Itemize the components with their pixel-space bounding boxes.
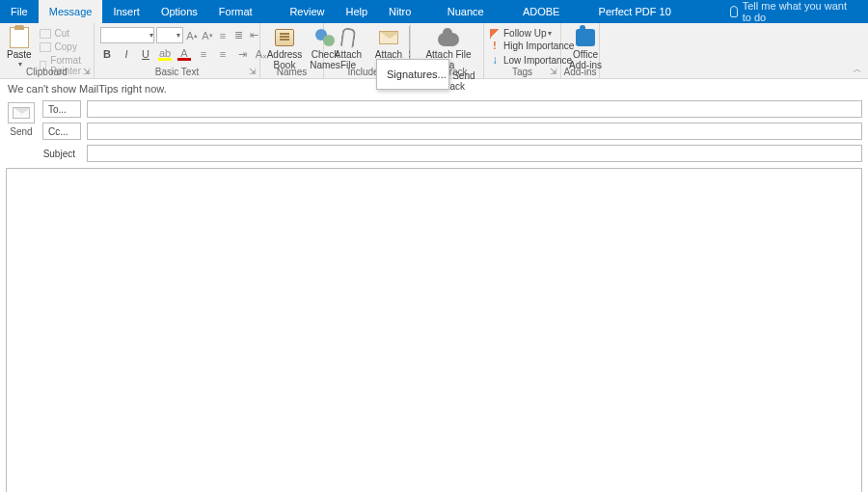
envelope-icon xyxy=(379,31,398,44)
paste-icon xyxy=(10,27,29,48)
font-size-select[interactable]: ▾ xyxy=(156,27,183,43)
font-family-select[interactable]: ▾ xyxy=(100,27,154,43)
tab-perfect-pdf[interactable]: Perfect PDF 10 Premium xyxy=(588,0,715,23)
address-book-icon xyxy=(275,29,294,46)
tab-options[interactable]: Options xyxy=(150,0,208,23)
group-label-addins: Add-ins xyxy=(564,67,597,77)
send-label: Send xyxy=(10,126,32,137)
subject-label: Subject xyxy=(42,149,81,159)
addin-icon xyxy=(576,29,595,46)
follow-up-label: Follow Up xyxy=(503,28,546,39)
group-tags: Follow Up▾ !High Importance ↓Low Importa… xyxy=(484,23,561,78)
paste-label: Paste xyxy=(7,49,32,60)
copy-button[interactable]: Copy xyxy=(37,41,90,53)
flag-icon xyxy=(490,29,500,39)
group-basic-text: ▾ ▾ A▴ A▾ ≡ ≣ ⇤ B I U ab A ≡ ≡ ⇥ Aₓ Basi… xyxy=(95,23,260,78)
chevron-down-icon: ▾ xyxy=(548,29,552,38)
exclamation-icon: ! xyxy=(490,41,500,51)
cc-field[interactable] xyxy=(87,123,862,140)
cloud-upload-icon xyxy=(438,33,459,46)
outdent-button[interactable]: ⇤ xyxy=(247,29,260,42)
paste-button[interactable]: Paste ▾ xyxy=(4,25,35,70)
align-left-button[interactable]: ≡ xyxy=(197,47,210,61)
group-label-basic-text: Basic Text xyxy=(155,67,199,77)
send-button[interactable] xyxy=(8,102,35,123)
group-label-tags: Tags xyxy=(512,67,532,77)
to-field[interactable] xyxy=(87,100,862,118)
grow-font-button[interactable]: A▴ xyxy=(185,29,199,42)
highlight-button[interactable]: ab xyxy=(158,47,172,61)
copy-label: Copy xyxy=(55,41,77,52)
copy-icon xyxy=(40,42,51,52)
group-label-include: Include xyxy=(347,67,378,77)
tell-me-search[interactable]: Tell me what you want to do xyxy=(720,0,868,23)
dialog-launcher-icon[interactable]: ⇲ xyxy=(83,67,91,76)
subject-field[interactable] xyxy=(87,145,862,162)
italic-button[interactable]: I xyxy=(120,47,133,61)
paperclip-icon xyxy=(340,27,357,48)
message-body[interactable] xyxy=(6,168,862,492)
signatures-menu-label: Signatures... xyxy=(387,68,447,80)
cut-label: Cut xyxy=(55,28,70,39)
to-button[interactable]: To... xyxy=(42,100,81,118)
dialog-launcher-icon[interactable]: ⇲ xyxy=(249,67,257,76)
tab-format-text[interactable]: Format Text xyxy=(208,0,280,23)
shrink-font-button[interactable]: A▾ xyxy=(201,29,214,42)
font-color-button[interactable]: A xyxy=(177,47,191,61)
bullets-button[interactable]: ≡ xyxy=(216,29,230,42)
align-center-button[interactable]: ≡ xyxy=(216,47,230,61)
send-icon xyxy=(13,107,30,119)
tell-me-label: Tell me what you want to do xyxy=(743,0,858,23)
cc-button[interactable]: Cc... xyxy=(42,123,81,140)
group-label-clipboard: Clipboard xyxy=(26,67,68,77)
cut-icon xyxy=(40,29,51,39)
cut-button[interactable]: Cut xyxy=(37,27,90,40)
tab-help[interactable]: Help xyxy=(335,0,378,23)
dialog-launcher-icon[interactable]: ⇲ xyxy=(550,67,557,76)
lightbulb-icon xyxy=(730,6,738,17)
tab-insert[interactable]: Insert xyxy=(102,0,150,23)
menu-bar: File Message Insert Options Format Text … xyxy=(0,0,868,23)
group-clipboard: Paste ▾ Cut Copy Format Painter Clipboar… xyxy=(0,23,95,78)
collapse-ribbon-button[interactable]: ︿ xyxy=(853,63,862,76)
tab-adobe-pdf[interactable]: ADOBE PDF xyxy=(512,0,588,23)
tab-file[interactable]: File xyxy=(0,0,39,23)
underline-button[interactable]: U xyxy=(139,47,152,61)
down-arrow-icon: ↓ xyxy=(490,53,500,67)
numbering-button[interactable]: ≣ xyxy=(231,29,245,42)
group-names: AddressBook CheckNames Names xyxy=(260,23,324,78)
tab-nitro-pro[interactable]: Nitro Pro xyxy=(378,0,437,23)
signature-dropdown: Signatures... xyxy=(376,59,449,90)
indent-button[interactable]: ⇥ xyxy=(235,47,249,61)
bold-button[interactable]: B xyxy=(100,47,114,61)
follow-up-button[interactable]: Follow Up▾ xyxy=(488,27,554,40)
compose-header: Send To... Cc... Subject xyxy=(0,98,868,164)
group-label-names: Names xyxy=(277,67,308,77)
tab-review[interactable]: Review xyxy=(279,0,335,23)
signatures-menu-item[interactable]: Signatures... xyxy=(377,66,448,83)
group-addins: OfficeAdd-ins Add-ins xyxy=(561,23,600,78)
tab-nuance-pdf[interactable]: Nuance PDF xyxy=(437,0,512,23)
tab-message[interactable]: Message xyxy=(39,0,103,23)
